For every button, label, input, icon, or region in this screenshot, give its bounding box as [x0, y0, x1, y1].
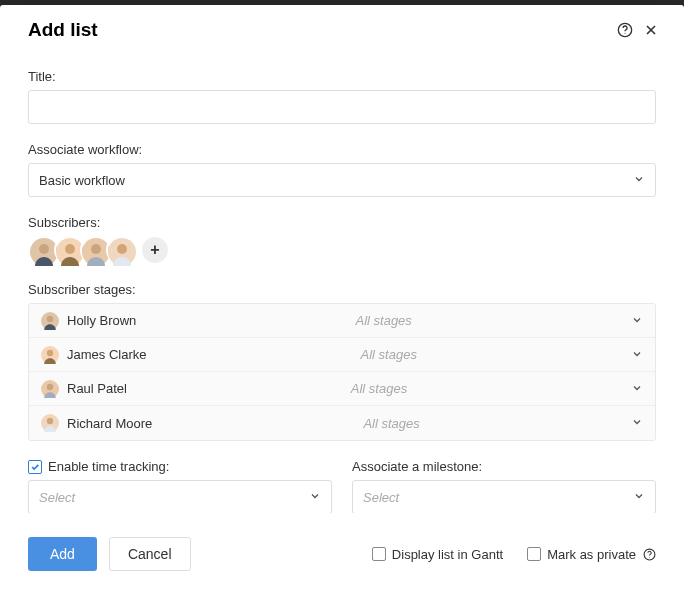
avatar[interactable]	[106, 236, 134, 264]
avatar[interactable]	[80, 236, 108, 264]
time-tracking-checkbox[interactable]	[28, 460, 42, 474]
stages-label: Subscriber stages:	[28, 282, 656, 297]
time-tracking-select[interactable]: Select	[28, 480, 332, 513]
title-label: Title:	[28, 69, 656, 84]
svg-point-17	[47, 418, 53, 424]
stage-row[interactable]: Raul Patel All stages	[29, 372, 655, 406]
workflow-value: Basic workflow	[39, 173, 125, 188]
chevron-down-icon	[309, 490, 321, 505]
svg-point-9	[117, 244, 127, 254]
add-subscriber-button[interactable]: +	[142, 237, 168, 263]
avatar	[41, 414, 59, 432]
workflow-label: Associate workflow:	[28, 142, 656, 157]
display-gantt-label: Display list in Gantt	[392, 547, 503, 562]
modal-title: Add list	[28, 19, 608, 41]
stage-value: All stages	[136, 313, 631, 328]
subscriber-name: Holly Brown	[67, 313, 136, 328]
subscriber-avatars: +	[28, 236, 656, 264]
avatar[interactable]	[28, 236, 56, 264]
modal-body: Title: Associate workflow: Basic workflo…	[0, 55, 684, 513]
select-placeholder: Select	[39, 490, 75, 505]
subscriber-stages-list: Holly Brown All stages James Clarke All …	[28, 303, 656, 441]
chevron-down-icon	[631, 414, 643, 432]
svg-point-11	[47, 315, 53, 321]
display-gantt-checkbox[interactable]	[372, 547, 386, 561]
close-icon[interactable]	[642, 21, 660, 39]
svg-point-19	[649, 556, 650, 557]
modal-header: Add list	[0, 5, 684, 55]
chevron-down-icon	[633, 490, 645, 505]
stage-row[interactable]: Richard Moore All stages	[29, 406, 655, 440]
chevron-down-icon	[633, 173, 645, 188]
mark-private-checkbox[interactable]	[527, 547, 541, 561]
add-list-modal: Add list Title: Associate workflow: Basi…	[0, 5, 684, 595]
title-input[interactable]	[28, 90, 656, 124]
modal-footer: Add Cancel Display list in Gantt Mark as…	[0, 513, 684, 595]
subscriber-name: Richard Moore	[67, 416, 152, 431]
workflow-select[interactable]: Basic workflow	[28, 163, 656, 197]
chevron-down-icon	[631, 346, 643, 364]
subscribers-label: Subscribers:	[28, 215, 656, 230]
svg-point-5	[65, 244, 75, 254]
help-icon[interactable]	[616, 21, 634, 39]
avatar	[41, 380, 59, 398]
svg-point-13	[47, 349, 53, 355]
time-tracking-label: Enable time tracking:	[48, 459, 169, 474]
avatar[interactable]	[54, 236, 82, 264]
milestone-label: Associate a milestone:	[352, 459, 656, 474]
stage-value: All stages	[152, 416, 631, 431]
avatar	[41, 346, 59, 364]
milestone-select[interactable]: Select	[352, 480, 656, 513]
stage-value: All stages	[127, 381, 631, 396]
subscriber-name: James Clarke	[67, 347, 146, 362]
subscriber-name: Raul Patel	[67, 381, 127, 396]
help-icon[interactable]	[642, 547, 656, 561]
svg-point-3	[39, 244, 49, 254]
chevron-down-icon	[631, 312, 643, 330]
stage-row[interactable]: James Clarke All stages	[29, 338, 655, 372]
stage-value: All stages	[146, 347, 631, 362]
cancel-button[interactable]: Cancel	[109, 537, 191, 571]
select-placeholder: Select	[363, 490, 399, 505]
avatar	[41, 312, 59, 330]
svg-point-1	[624, 33, 625, 34]
svg-point-7	[91, 244, 101, 254]
mark-private-label: Mark as private	[547, 547, 636, 562]
stage-row[interactable]: Holly Brown All stages	[29, 304, 655, 338]
chevron-down-icon	[631, 380, 643, 398]
add-button[interactable]: Add	[28, 537, 97, 571]
svg-point-15	[47, 383, 53, 389]
